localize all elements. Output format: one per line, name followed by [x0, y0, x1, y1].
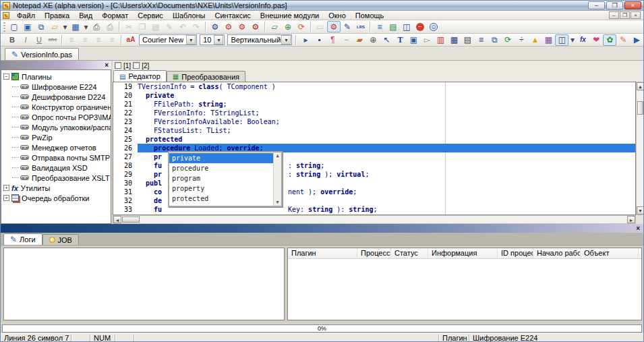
restore-button[interactable]: ❒ [606, 1, 623, 9]
tree-item-1[interactable]: Шифрование E224 [1, 82, 111, 92]
mdi-close-button[interactable]: × [631, 11, 641, 19]
insert-field-button[interactable]: ▪ [312, 34, 326, 46]
text-tool-button[interactable]: T [393, 34, 407, 46]
close-button[interactable]: × [624, 1, 641, 9]
terminal-toggle[interactable]: ▭ [314, 21, 327, 32]
menu-item-5[interactable]: Шаблоны [168, 11, 210, 20]
insert-grid-button[interactable]: ▦ [69, 21, 82, 32]
menu-item-2[interactable]: Вид [74, 11, 97, 20]
tree-item-7[interactable]: Менеджер отчетов [1, 142, 111, 152]
tree-item-5[interactable]: Модуль упаковки/распаковки [1, 122, 111, 132]
print-button[interactable]: ⎙ [90, 21, 103, 32]
toolbar-grip[interactable] [3, 22, 5, 32]
doc-sync-button[interactable]: ⟳ [501, 34, 515, 46]
italic-button[interactable]: I [19, 34, 32, 46]
scrollbar-thumb[interactable] [637, 101, 643, 115]
tree-item-3[interactable]: Конструктор ограничений [1, 102, 111, 112]
autocomplete-item-property[interactable]: property [169, 183, 273, 194]
run-inline-button[interactable]: ▸ [299, 34, 312, 46]
paste-button[interactable]: ▤ [149, 21, 163, 32]
panel-close-icon[interactable]: × [636, 225, 640, 232]
column-header-3[interactable]: Информация [428, 248, 498, 258]
mdi-minimize-button[interactable]: – [609, 11, 619, 19]
table-edit-button[interactable]: ▦ [447, 34, 461, 46]
column-header-1[interactable]: Процесс [357, 248, 391, 258]
chevron-down-icon[interactable]: ▾ [186, 35, 196, 45]
collapse-icon[interactable]: − [3, 74, 9, 80]
editor-vertical-scrollbar[interactable]: ▲ ▼ [636, 82, 644, 215]
log-list-button[interactable]: ≡ [373, 21, 386, 32]
chevron-down-icon[interactable]: ▾ [214, 35, 223, 45]
tree-item-11[interactable]: +fxУтилиты [1, 183, 111, 193]
expand-icon[interactable]: + [3, 185, 9, 191]
tree-item-10[interactable]: Преобразование XSLT [1, 173, 111, 183]
mdi-restore-button[interactable]: ❒ [620, 11, 630, 19]
abort-process-button[interactable]: ⚙ [249, 21, 262, 32]
edit-mode-button[interactable]: ✎ [341, 21, 354, 32]
align-left-button[interactable]: ≡ [65, 34, 78, 46]
new-file-button[interactable]: ▢ [7, 21, 21, 32]
insert-grid-dropdown[interactable]: ▾ [82, 21, 90, 32]
autocomplete-item-program[interactable]: program [169, 173, 273, 183]
warnings-button[interactable]: ▲ [528, 34, 541, 46]
encoding-button[interactable]: ⊕ [366, 34, 380, 46]
column-header-6[interactable]: Объект [581, 248, 639, 258]
run-script-button[interactable]: ⚙ [208, 21, 222, 32]
open-dropdown[interactable]: ▾ [61, 21, 69, 32]
tree-item-9[interactable]: Валидация XSD [1, 163, 111, 173]
lrs-button[interactable]: LRS [354, 21, 368, 32]
expand-icon[interactable]: + [3, 195, 9, 201]
task-list-button[interactable]: ▤ [386, 21, 400, 32]
underline-button[interactable]: U [32, 34, 46, 46]
cut-button[interactable]: ✂ [122, 21, 136, 32]
strike-button[interactable]: abc [46, 34, 59, 46]
run-button[interactable]: ▶ [630, 34, 643, 46]
refresh-button[interactable]: ⟳ [295, 21, 308, 32]
fx-button[interactable]: fx [576, 34, 589, 46]
scrollbar-thumb[interactable] [122, 217, 140, 223]
split-button[interactable]: ÷ [515, 34, 528, 46]
restart-process-button[interactable]: ⚙ [235, 21, 249, 32]
scroll-down-icon[interactable]: ▼ [276, 199, 279, 206]
log-list[interactable] [3, 248, 285, 320]
doc-copy-button[interactable]: ⧉ [488, 34, 501, 46]
tree-item-0[interactable]: −Плагины [1, 72, 111, 82]
tab-job[interactable]: JOB [42, 234, 79, 245]
tab-logs[interactable]: ✎Логи [3, 233, 42, 245]
code-editor[interactable]: 19TVersionInfo = class( TComponent )20 p… [113, 82, 636, 215]
columns-button[interactable]: ◫ [400, 21, 413, 32]
column-header-5[interactable]: Начало работы [533, 248, 581, 258]
print-preview-button[interactable]: ⎙ [103, 21, 117, 32]
bullet-list-button[interactable]: ≡ [105, 34, 119, 46]
tree-item-2[interactable]: Дешифрование D224 [1, 92, 111, 102]
bold-button[interactable]: B [5, 34, 19, 46]
paragraph-button[interactable]: ¶ [326, 34, 339, 46]
autocomplete-item-procedure[interactable]: procedure [169, 163, 273, 173]
minimize-button[interactable]: – [588, 1, 605, 9]
open-button[interactable]: ▱ [48, 21, 61, 32]
autocomplete-item-private[interactable]: private [169, 153, 273, 163]
select-tool-button[interactable]: ↖ [380, 34, 393, 46]
popup-scrollbar[interactable]: ▲ ▼ [273, 152, 281, 206]
column-header-4[interactable]: ID процесса [498, 248, 533, 258]
run-all-button[interactable]: ⚙ [222, 21, 235, 32]
menu-item-4[interactable]: Сервис [133, 11, 168, 20]
menu-item-1[interactable]: Правка [40, 11, 74, 20]
palette-toggle[interactable]: ✿ [603, 34, 616, 46]
menu-item-3[interactable]: Формат [97, 11, 133, 20]
autocomplete-item-protected[interactable]: protected [169, 194, 273, 204]
save-session-button[interactable]: ▣ [407, 34, 420, 46]
align-center-button[interactable]: ≡ [78, 34, 92, 46]
close-book-button[interactable]: ▥ [434, 34, 447, 46]
panel-close-icon[interactable]: × [105, 61, 109, 69]
document-tab-0[interactable]: ✎VersionInfo.pas [5, 48, 79, 60]
tab-редактор[interactable]: ▤Редактор [113, 70, 167, 82]
font-family-select[interactable]: Courier New▾ [139, 34, 197, 45]
charmap-button[interactable]: ▦ [541, 34, 555, 46]
style-edit-button[interactable]: ✎ [616, 34, 630, 46]
media-button[interactable]: ▤ [461, 34, 474, 46]
favorites-button[interactable]: ❤ [589, 34, 603, 46]
plugin-panel-toggle[interactable]: ⚙ [327, 21, 341, 32]
editor-horizontal-scrollbar[interactable]: ◄ ► [113, 215, 636, 224]
column-header-0[interactable]: Плагин [288, 248, 357, 258]
